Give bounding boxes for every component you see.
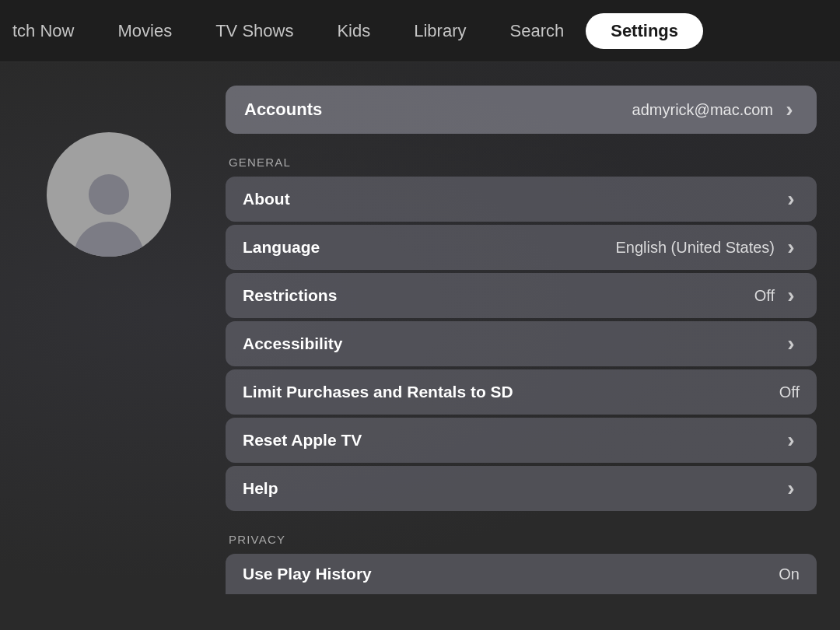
restrictions-value: Off bbox=[754, 287, 775, 305]
settings-row-about[interactable]: About bbox=[226, 177, 817, 222]
nav-item-settings[interactable]: Settings bbox=[586, 13, 703, 49]
nav-item-kids[interactable]: Kids bbox=[315, 13, 392, 49]
about-right bbox=[782, 191, 800, 208]
help-chevron bbox=[782, 480, 800, 497]
settings-row-help[interactable]: Help bbox=[226, 466, 817, 511]
settings-row-language[interactable]: Language English (United States) bbox=[226, 225, 817, 270]
restrictions-label: Restrictions bbox=[243, 286, 337, 305]
language-chevron bbox=[782, 239, 800, 256]
avatar bbox=[47, 132, 171, 257]
use-play-history-value: On bbox=[779, 565, 800, 583]
avatar-icon bbox=[89, 174, 129, 215]
general-section-header: GENERAL bbox=[226, 156, 817, 169]
avatar-body bbox=[74, 222, 144, 257]
nav-item-tv-shows[interactable]: TV Shows bbox=[194, 13, 315, 49]
limit-purchases-label: Limit Purchases and Rentals to SD bbox=[243, 383, 513, 401]
help-label: Help bbox=[243, 479, 278, 498]
accessibility-chevron bbox=[782, 335, 800, 352]
language-right: English (United States) bbox=[615, 239, 800, 257]
nav-item-search[interactable]: Search bbox=[488, 13, 586, 49]
language-label: Language bbox=[243, 238, 320, 257]
general-settings-group: About Language English (United States) R… bbox=[226, 177, 817, 511]
nav-item-watch-now[interactable]: tch Now bbox=[0, 13, 96, 49]
accounts-row[interactable]: Accounts admyrick@mac.com bbox=[226, 86, 817, 134]
navigation-bar: tch Now Movies TV Shows Kids Library Sea… bbox=[0, 0, 840, 62]
help-right bbox=[782, 480, 800, 497]
limit-purchases-value: Off bbox=[779, 383, 800, 401]
accounts-value-container: admyrick@mac.com bbox=[632, 101, 798, 119]
accessibility-right bbox=[782, 335, 800, 352]
settings-row-limit-purchases[interactable]: Limit Purchases and Rentals to SD Off bbox=[226, 369, 817, 415]
settings-row-accessibility[interactable]: Accessibility bbox=[226, 321, 817, 366]
avatar-head bbox=[89, 174, 129, 215]
language-value: English (United States) bbox=[615, 239, 775, 257]
reset-apple-tv-label: Reset Apple TV bbox=[243, 431, 362, 450]
reset-apple-tv-right bbox=[782, 432, 800, 449]
accounts-email: admyrick@mac.com bbox=[632, 101, 773, 119]
use-play-history-right: On bbox=[779, 565, 800, 583]
settings-panel: Accounts admyrick@mac.com GENERAL About … bbox=[218, 86, 840, 630]
accounts-label: Accounts bbox=[244, 100, 322, 120]
restrictions-chevron bbox=[782, 287, 800, 304]
privacy-settings-group: Use Play History On bbox=[226, 554, 817, 594]
settings-row-restrictions[interactable]: Restrictions Off bbox=[226, 273, 817, 318]
left-panel bbox=[0, 86, 218, 630]
main-content: Accounts admyrick@mac.com GENERAL About … bbox=[0, 62, 840, 630]
about-chevron bbox=[782, 191, 800, 208]
settings-row-reset-apple-tv[interactable]: Reset Apple TV bbox=[226, 418, 817, 463]
nav-item-library[interactable]: Library bbox=[392, 13, 488, 49]
accessibility-label: Accessibility bbox=[243, 334, 342, 353]
about-label: About bbox=[243, 190, 290, 208]
privacy-section-header: PRIVACY bbox=[226, 533, 817, 546]
reset-apple-tv-chevron bbox=[782, 432, 800, 449]
settings-row-use-play-history[interactable]: Use Play History On bbox=[226, 554, 817, 594]
limit-purchases-right: Off bbox=[779, 383, 800, 401]
restrictions-right: Off bbox=[754, 287, 800, 305]
nav-item-movies[interactable]: Movies bbox=[96, 13, 194, 49]
use-play-history-label: Use Play History bbox=[243, 565, 372, 583]
accounts-chevron bbox=[781, 101, 798, 118]
